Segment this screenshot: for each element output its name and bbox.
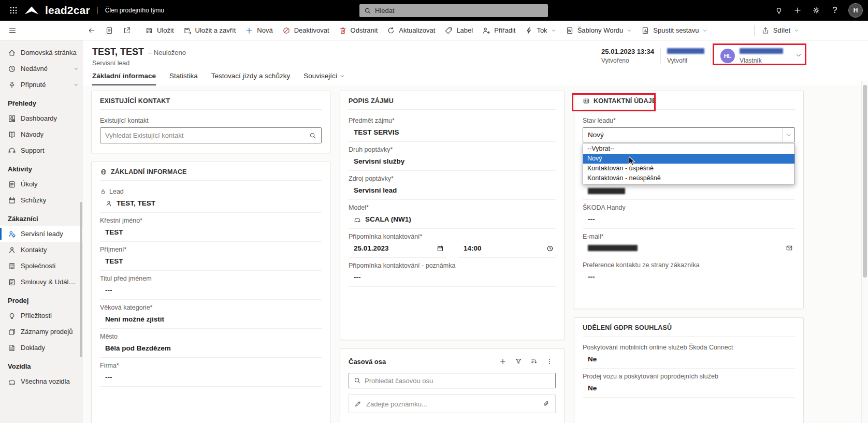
tab-testovaci-jizdy[interactable]: Testovací jízdy a schůzky bbox=[211, 72, 290, 85]
status-option-vybrat[interactable]: --Vybrat-- bbox=[583, 144, 794, 154]
contract-icon bbox=[8, 278, 16, 286]
form-icon[interactable] bbox=[100, 21, 118, 40]
tab-zakladni-informace[interactable]: Základní informace bbox=[92, 72, 156, 85]
timeline-filter-icon[interactable] bbox=[512, 355, 525, 368]
tab-souvisejici[interactable]: Související bbox=[303, 72, 345, 85]
calendar-icon bbox=[8, 196, 16, 205]
brand[interactable]: lead2car bbox=[23, 4, 90, 17]
existing-contact-lookup-input[interactable] bbox=[105, 132, 306, 139]
label-button[interactable]: Label bbox=[440, 21, 478, 40]
popout-icon[interactable] bbox=[118, 21, 136, 40]
lightbulb-icon[interactable] bbox=[771, 2, 787, 19]
search-icon bbox=[364, 7, 371, 14]
status-dropdown-toggle[interactable] bbox=[783, 128, 794, 142]
timeline-note-box[interactable] bbox=[349, 395, 556, 413]
save-button[interactable]: Uložit bbox=[140, 21, 179, 40]
field-krestni-jmeno: Křestní jméno* TEST bbox=[100, 216, 322, 242]
sidebar-item-pripnute[interactable]: Připnuté bbox=[0, 77, 83, 93]
reminder-date-field[interactable]: 25.01.2023 bbox=[349, 241, 446, 258]
collapse-header-button[interactable] bbox=[793, 50, 804, 62]
command-bar: Uložit Uložit a zavřít Nová Deaktivovat … bbox=[0, 21, 868, 40]
service-lead-icon bbox=[8, 230, 16, 238]
interest-card: POPIS ZÁJMU Předmět zájmu* TEST SERVIS D… bbox=[340, 91, 565, 340]
timeline-add-icon[interactable] bbox=[497, 355, 509, 368]
clock-icon bbox=[8, 65, 16, 73]
sidebar-item-navody[interactable]: Návody bbox=[0, 126, 83, 142]
assign-icon bbox=[482, 26, 490, 35]
timeline-more-icon[interactable] bbox=[543, 355, 556, 368]
status-dropdown-value: Nový bbox=[588, 131, 604, 139]
sidebar-item-spolecnosti[interactable]: Společnosti bbox=[0, 258, 83, 274]
card-title: POPIS ZÁJMU bbox=[349, 97, 394, 105]
owner-field[interactable]: HL Vlastník bbox=[717, 47, 787, 65]
sidebar-toggle-icon[interactable] bbox=[0, 21, 83, 40]
paperclip-icon[interactable] bbox=[543, 400, 550, 407]
timeline-search-input[interactable] bbox=[365, 377, 551, 385]
dashboard-icon bbox=[8, 114, 16, 123]
delete-button[interactable]: Odstranit bbox=[334, 21, 383, 40]
waffle-menu-icon[interactable] bbox=[5, 2, 22, 19]
redacted-phone-value bbox=[588, 188, 625, 194]
chevron-down-icon bbox=[702, 28, 707, 33]
record-header: TEST, TEST – Neuloženo Servisní lead 25.… bbox=[83, 40, 868, 68]
global-search[interactable] bbox=[359, 4, 548, 17]
run-report-button[interactable]: Spustit sestavu bbox=[636, 21, 712, 40]
flow-button[interactable]: Tok bbox=[520, 21, 560, 40]
basic-info-card: ZÁKLADNÍ INFORMACE Lead TEST, TEST Křest… bbox=[91, 162, 330, 423]
back-button[interactable] bbox=[83, 21, 100, 40]
reminder-time-field[interactable]: 14:00 bbox=[458, 241, 556, 258]
sidebar-item-doklady[interactable]: Doklady bbox=[0, 340, 83, 356]
deactivate-button[interactable]: Deaktivovat bbox=[278, 21, 334, 40]
search-icon[interactable] bbox=[309, 132, 316, 139]
word-templates-button[interactable]: W Šablony Wordu bbox=[561, 21, 637, 40]
sidebar-item-dashboardy[interactable]: Dashboardy bbox=[0, 110, 83, 126]
sidebar-item-servisni-leady[interactable]: Servisní leady bbox=[0, 226, 83, 242]
field-gdpr-skoda-connect: Poskytování mobilních online služeb Škod… bbox=[583, 343, 795, 369]
app-name: lead2car bbox=[45, 4, 90, 17]
divider bbox=[660, 48, 661, 64]
main-scrollbar-thumb[interactable] bbox=[863, 85, 867, 278]
new-record-button[interactable]: Nová bbox=[240, 21, 277, 40]
email-icon[interactable] bbox=[786, 244, 793, 252]
status-dropdown-menu: --Vybrat-- Nový Kontaktován - úspěšně Ko… bbox=[583, 143, 795, 184]
sidebar-item-vsechna-vozidla[interactable]: Všechna vozidla bbox=[0, 373, 83, 389]
calendar-icon[interactable] bbox=[437, 245, 444, 252]
sidebar-scrollbar[interactable] bbox=[80, 40, 82, 423]
sidebar-item-schuzky[interactable]: Schůzky bbox=[0, 192, 83, 208]
help-icon[interactable]: ? bbox=[827, 2, 843, 19]
clock-icon[interactable] bbox=[546, 245, 554, 252]
status-option-novy[interactable]: Nový bbox=[583, 154, 794, 164]
sidebar-item-zaznamy-prodeju[interactable]: Záznamy prodejů bbox=[0, 324, 83, 340]
word-icon: W bbox=[566, 26, 574, 35]
chevron-down-icon bbox=[551, 28, 556, 33]
sidebar-item-support[interactable]: Support bbox=[0, 142, 83, 158]
global-search-input[interactable] bbox=[375, 7, 543, 14]
sidebar-item-nedavne[interactable]: Nedávné bbox=[0, 61, 83, 77]
main-scrollbar[interactable] bbox=[861, 81, 868, 423]
sidebar-item-kontakty[interactable]: Kontakty bbox=[0, 242, 83, 258]
timeline-note-input[interactable] bbox=[366, 400, 538, 408]
status-option-kontaktovan-uspesne[interactable]: Kontaktován - úspěšně bbox=[583, 164, 794, 173]
refresh-button[interactable]: Aktualizovat bbox=[382, 21, 440, 40]
tab-statistika[interactable]: Statistika bbox=[169, 72, 198, 85]
field-preference-kontaktu: Preference kontaktu ze strany zákazníka … bbox=[583, 260, 795, 286]
assign-button[interactable]: Přiřadit bbox=[478, 21, 520, 40]
sidebar-item-prilezitosti[interactable]: Příležitosti bbox=[0, 308, 83, 324]
sidebar-item-domovska-stranka[interactable]: Domovská stránka bbox=[0, 45, 83, 61]
add-icon[interactable] bbox=[789, 2, 806, 19]
lock-icon bbox=[100, 188, 106, 195]
status-option-kontaktovan-neuspesne[interactable]: Kontaktován - neúspěšně bbox=[583, 173, 794, 183]
save-and-close-button[interactable]: Uložit a zavřít bbox=[179, 21, 241, 40]
status-dropdown[interactable]: Nový bbox=[583, 127, 795, 142]
sidebar-item-smlouvy-udalosti[interactable]: Smlouvy & Události bbox=[0, 274, 83, 290]
sidebar-item-ukoly[interactable]: Úkoly bbox=[0, 176, 83, 192]
existing-contact-lookup[interactable] bbox=[100, 127, 322, 143]
user-avatar[interactable]: H bbox=[848, 3, 863, 18]
settings-gear-icon[interactable] bbox=[808, 2, 824, 19]
divider bbox=[754, 25, 755, 36]
timeline-sort-icon[interactable] bbox=[528, 355, 540, 368]
timeline-search[interactable] bbox=[349, 373, 556, 388]
share-button[interactable]: Sdílet bbox=[757, 21, 804, 40]
search-icon bbox=[354, 377, 361, 384]
delete-icon bbox=[339, 26, 347, 35]
